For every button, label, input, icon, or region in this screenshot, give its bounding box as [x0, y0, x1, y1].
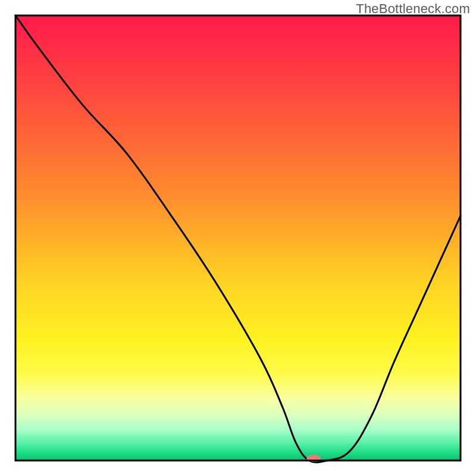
watermark-text: TheBottleneck.com [356, 1, 470, 17]
bottleneck-chart: TheBottleneck.com [0, 0, 476, 476]
chart-svg [0, 0, 476, 476]
plot-background [15, 15, 461, 461]
plot-area [15, 15, 461, 462]
